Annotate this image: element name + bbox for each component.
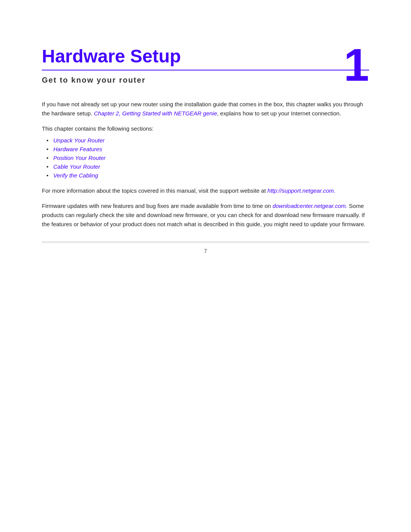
support-url-link[interactable]: http://support.netgear.com. [268, 187, 336, 194]
header-section: 1 Hardware Setup Get to know your router [42, 46, 369, 85]
chapter-title: Hardware Setup [42, 46, 369, 67]
list-item: Hardware Features [53, 146, 369, 152]
verify-cabling-link[interactable]: Verify the Cabling [53, 172, 98, 179]
footer-line [42, 242, 369, 243]
cable-router-link[interactable]: Cable Your Router [53, 163, 100, 170]
list-item: Verify the Cabling [53, 172, 369, 179]
intro-paragraph: If you have not already set up your new … [42, 100, 369, 118]
list-item: Position Your Router [53, 155, 369, 161]
position-router-link[interactable]: Position Your Router [53, 155, 105, 161]
hardware-features-link[interactable]: Hardware Features [53, 146, 102, 152]
bullet-list: Unpack Your Router Hardware Features Pos… [42, 137, 369, 179]
firmware-paragraph: Firmware updates with new features and b… [42, 201, 369, 229]
more-info-paragraph: For more information about the topics co… [42, 186, 369, 195]
page-container: 1 Hardware Setup Get to know your router… [0, 0, 411, 265]
subtitle: Get to know your router [42, 76, 369, 85]
chapter2-link[interactable]: Chapter 2, Getting Started with NETGEAR … [94, 110, 217, 117]
firmware-url-link[interactable]: downloadcenter.netgear.com. [272, 203, 347, 209]
list-item: Unpack Your Router [53, 137, 369, 144]
title-underline [42, 70, 369, 70]
unpack-router-link[interactable]: Unpack Your Router [53, 137, 105, 144]
list-item: Cable Your Router [53, 163, 369, 170]
sections-label: This chapter contains the following sect… [42, 124, 369, 133]
page-number: 7 [204, 248, 207, 254]
chapter-number: 1 [344, 42, 369, 88]
